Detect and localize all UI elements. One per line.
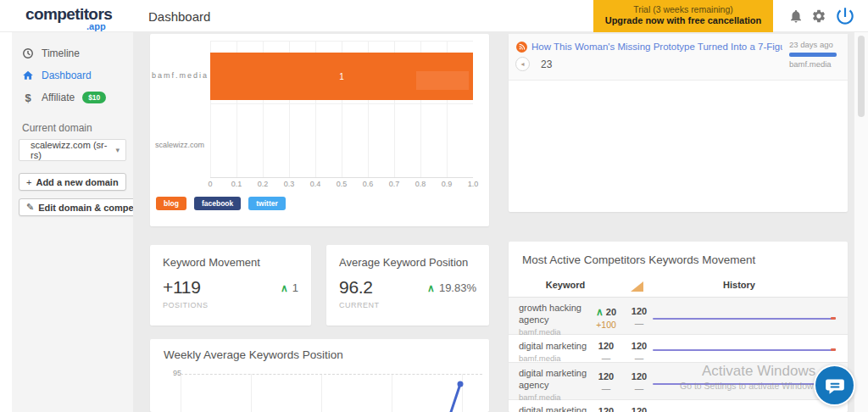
logo-suffix: .app: [86, 21, 106, 31]
rss-icon: [516, 41, 527, 52]
x-tick: 0.6: [358, 180, 378, 188]
live-chat-button[interactable]: [814, 365, 855, 406]
domain-select-value: scalewizz.com (sr-rs): [31, 140, 115, 160]
caret-up-icon: ∧: [596, 306, 604, 318]
table-row: growth hacking agency bamf.media ∧ 20 +1…: [509, 298, 848, 335]
gridline: [210, 41, 473, 42]
table-title: Most Active Competitors Keywords Movemen…: [522, 253, 755, 266]
current-domain-label: Current domain: [22, 122, 133, 134]
sidebar: Timeline Dashboard $ Affiliate $10 Curre…: [12, 32, 133, 412]
chart-row-label-bamf: bamf.media: [152, 71, 204, 80]
position-cell: 120: [626, 406, 653, 412]
chat-bubble-icon: [824, 375, 846, 397]
position-cell: 120 —: [626, 371, 653, 393]
dollar-icon: $: [22, 92, 34, 103]
settings-gear-icon[interactable]: [811, 8, 826, 24]
stat-delta: ∧ 19.83%: [427, 281, 476, 294]
x-tick: 0.3: [279, 180, 299, 188]
domain-select[interactable]: scalewizz.com (sr-rs) ▾: [19, 139, 126, 161]
history-sparkline: [653, 349, 835, 351]
trial-remaining-label: Trial (3 weeks remaining): [593, 0, 773, 14]
x-tick: 0.5: [331, 180, 352, 188]
x-tick: 0.2: [253, 180, 273, 188]
scrollbar-thumb[interactable]: [858, 36, 865, 117]
legend-toggle-blog[interactable]: blog: [156, 197, 186, 210]
add-domain-button[interactable]: + Add a new domain: [19, 173, 126, 191]
keyword-movement-value: +119: [163, 277, 201, 298]
upgrade-trial-banner[interactable]: Trial (3 weeks remaining) Upgrade now wi…: [593, 0, 773, 32]
bar-value-label: 1: [339, 72, 344, 81]
average-keyword-position-card: Average Keyword Position 96.2 CURRENT ∧ …: [326, 245, 489, 326]
dashboard-page: competitors .app Dashboard Trial (3 week…: [0, 0, 868, 412]
stat-unit-label: POSITIONS: [163, 301, 209, 309]
mention-list-item[interactable]: How This Woman's Missing Prototype Turne…: [509, 34, 848, 81]
notifications-bell-icon[interactable]: [788, 8, 804, 24]
competitor-mentions-card: How This Woman's Missing Prototype Turne…: [509, 34, 848, 212]
logo-text: competitors: [25, 5, 112, 23]
stat-unit-label: CURRENT: [339, 301, 380, 309]
x-tick: 0.8: [410, 180, 431, 188]
column-header-history: History: [705, 280, 773, 290]
social-activity-chart-card: bamf.media scalewizz.com 1 0 0.1 0.2 0.3…: [150, 34, 489, 226]
keyword-text[interactable]: digital marketing: [519, 341, 587, 351]
stat-card-title: Keyword Movement: [163, 256, 260, 269]
movement-sort-icon[interactable]: [631, 281, 643, 292]
delta-value: 19.83%: [439, 281, 476, 294]
movement-cell: 120 —: [589, 371, 623, 393]
x-tick: 1.0: [463, 180, 483, 188]
x-tick: 0.1: [226, 180, 247, 188]
clock-icon: [22, 47, 34, 59]
share-count-group: ◂ 23: [515, 57, 552, 71]
history-sparkline: [653, 318, 835, 320]
pencil-icon: ✎: [26, 202, 34, 213]
keyword-text[interactable]: digital marketing: [519, 405, 587, 412]
stat-card-title: Average Keyword Position: [339, 256, 468, 269]
chevron-down-icon: ▾: [115, 146, 120, 154]
table-header-row: Keyword History: [509, 276, 848, 298]
caret-up-icon: ∧: [281, 282, 288, 294]
mention-meta: 23 days ago bamf.media: [789, 40, 838, 69]
article-link[interactable]: How This Woman's Missing Prototype Turne…: [531, 42, 782, 52]
movement-cell: 120 —: [589, 341, 623, 363]
sidebar-item-timeline[interactable]: Timeline: [12, 42, 133, 64]
delta-value: 1: [292, 281, 298, 294]
stat-delta: ∧ 1: [281, 281, 298, 294]
mention-timestamp: 23 days ago: [789, 40, 838, 49]
chart-legend: blog facebook twitter: [156, 197, 286, 210]
add-domain-label: Add a new domain: [36, 177, 118, 187]
sidebar-item-label: Dashboard: [42, 70, 92, 81]
app-logo[interactable]: competitors .app: [25, 5, 119, 31]
x-tick: 0: [200, 180, 220, 188]
sidebar-item-affiliate[interactable]: $ Affiliate $10: [12, 86, 133, 109]
position-cell: 120 —: [626, 341, 653, 363]
table-row: digital marketing bamf.media 120 — 120 —: [509, 335, 848, 363]
top-header: competitors .app Dashboard Trial (3 week…: [0, 0, 868, 32]
mention-source: bamf.media: [789, 59, 838, 69]
keyword-text[interactable]: digital marketing agency: [519, 368, 587, 390]
legend-toggle-twitter[interactable]: twitter: [248, 197, 286, 210]
table-row: digital marketing 120 120: [509, 400, 848, 412]
share-arrow-icon[interactable]: ◂: [515, 57, 530, 71]
movement-cell: ∧ 20 +100: [589, 306, 623, 330]
page-title: Dashboard: [148, 9, 210, 24]
home-icon: [22, 70, 34, 81]
bar-chart-plot-area: 1: [210, 41, 473, 178]
plus-icon: +: [26, 177, 31, 187]
x-tick: 0.7: [384, 180, 404, 188]
blog-bar-bamf-media[interactable]: 1: [210, 53, 473, 100]
column-header-keyword[interactable]: Keyword: [531, 280, 599, 290]
x-axis-ticks: 0 0.1 0.2 0.3 0.4 0.5 0.6 0.7 0.8 0.9 1.…: [200, 180, 483, 188]
keyword-movement-card: Keyword Movement +119 POSITIONS ∧ 1: [150, 245, 311, 326]
weekly-average-position-card: Weekly Average Keywords Position 95: [150, 339, 489, 412]
activate-windows-watermark: Activate Windows: [702, 363, 815, 380]
upgrade-cta-label: Upgrade now with free cancellation: [593, 15, 773, 25]
activate-windows-subtext: Go to Settings to activate Windows: [680, 381, 818, 391]
chart-row-label-scalewizz: scalewizz.com: [152, 141, 204, 149]
legend-toggle-facebook[interactable]: facebook: [194, 197, 241, 210]
keyword-text[interactable]: growth hacking agency: [519, 303, 581, 325]
keyword-source: bamf.media: [519, 354, 592, 364]
logout-power-icon[interactable]: [834, 5, 856, 27]
position-cell: 120 —: [626, 306, 653, 328]
gridline: [210, 103, 473, 104]
sidebar-item-dashboard[interactable]: Dashboard: [12, 64, 133, 86]
